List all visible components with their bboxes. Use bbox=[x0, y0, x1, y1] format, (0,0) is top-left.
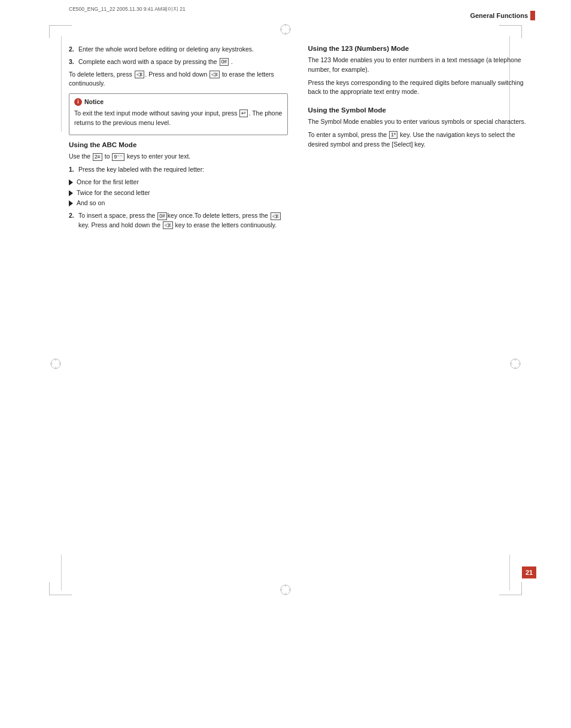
intro-item-2: 2. Enter the whole word before editing o… bbox=[69, 45, 288, 54]
delete-key-2: ◁ε bbox=[209, 71, 220, 78]
abc-start-key: 2≡ bbox=[93, 153, 102, 161]
abc-step1-num: 1. bbox=[69, 165, 78, 175]
center-crosshair-left bbox=[49, 357, 62, 371]
numbers-heading: Using the 123 (Numbers) Mode bbox=[308, 45, 536, 52]
abc-intro: Use the 2≡ to 9⁻⁻ keys to enter your tex… bbox=[69, 152, 288, 162]
item3-text: Complete each word with a space by press… bbox=[78, 57, 288, 67]
abc-step2: 2. To insert a space, press the 0#key on… bbox=[69, 211, 288, 230]
bullet-item-2: Twice for the second letter bbox=[69, 188, 288, 198]
symbol-heading: Using the Symbol Mode bbox=[308, 106, 536, 114]
abc-step1-text: Press the key labeled with the required … bbox=[78, 165, 288, 175]
left-column: 2. Enter the whole word before editing o… bbox=[69, 45, 302, 233]
page-number: 21 bbox=[522, 566, 536, 578]
deco-line-br-v bbox=[521, 582, 522, 595]
deco-line-bl-h bbox=[49, 595, 72, 595]
symbol-para2: To enter a symbol, press the 1* key. Use… bbox=[308, 130, 536, 150]
delete-key-3: ◁ε bbox=[271, 212, 281, 220]
center-crosshair-top bbox=[279, 23, 292, 37]
intro-item-3: 3. Complete each word with a space by pr… bbox=[69, 57, 288, 67]
notice-title: i Notice bbox=[74, 98, 283, 107]
center-crosshair-bottom bbox=[279, 583, 292, 598]
bullet-item-3: And so on bbox=[69, 199, 288, 208]
deco-line-tl-h bbox=[49, 25, 72, 26]
symbol-para1: The Symbol Mode enables you to enter var… bbox=[308, 117, 536, 127]
abc-bullet-list: Once for the first letter Twice for the … bbox=[69, 178, 288, 208]
bullet-arrow-1 bbox=[69, 179, 73, 185]
numbers-para2: Press the keys corresponding to the requ… bbox=[308, 78, 536, 98]
page: CE500_ENG_11_22 2005.11.30 9:41 AM페이지 21… bbox=[0, 0, 571, 728]
back-key: ↩ bbox=[239, 109, 248, 117]
notice-icon: i bbox=[74, 98, 82, 106]
deco-line-bl-v bbox=[49, 582, 50, 595]
bottom-right-deco-line bbox=[509, 555, 510, 590]
delete-instruction: To delete letters, press ◁ε. Press and h… bbox=[69, 70, 288, 89]
bullet-arrow-2 bbox=[69, 190, 73, 196]
delete-key-4: ◁ε bbox=[163, 221, 173, 229]
notice-box: i Notice To exit the text input mode wit… bbox=[69, 93, 288, 135]
center-crosshair-right bbox=[509, 357, 522, 371]
delete-key-1: ◁ε bbox=[135, 71, 145, 78]
bottom-left-deco-line bbox=[61, 555, 62, 590]
space-key-2: 0# bbox=[157, 212, 166, 220]
abc-step2-text: To insert a space, press the 0#key once.… bbox=[78, 211, 288, 230]
abc-section: Using the ABC Mode Use the 2≡ to 9⁻⁻ key… bbox=[69, 141, 288, 230]
item3-num: 3. bbox=[69, 57, 78, 67]
bullet-item-1: Once for the first letter bbox=[69, 178, 288, 187]
abc-step2-num: 2. bbox=[69, 211, 78, 230]
numbers-para1: The 123 Mode enables you to enter number… bbox=[308, 56, 536, 75]
abc-end-key: 9⁻⁻ bbox=[112, 153, 124, 161]
deco-line-tl-v bbox=[49, 25, 50, 38]
item2-num: 2. bbox=[69, 45, 78, 54]
bullet-text-2: Twice for the second letter bbox=[77, 188, 150, 198]
bullet-text-1: Once for the first letter bbox=[77, 178, 139, 187]
deco-line-tr-v bbox=[521, 25, 522, 38]
numbers-section: Using the 123 (Numbers) Mode The 123 Mod… bbox=[308, 45, 536, 97]
left-deco-line bbox=[61, 36, 62, 132]
main-content: 2. Enter the whole word before editing o… bbox=[69, 45, 535, 233]
notice-text: To exit the text input mode without savi… bbox=[74, 109, 283, 128]
header: General Functions bbox=[0, 11, 571, 20]
deco-line-tr-h bbox=[499, 25, 522, 26]
right-column: Using the 123 (Numbers) Mode The 123 Mod… bbox=[302, 45, 536, 233]
accent-bar bbox=[530, 11, 535, 20]
symbol-section: Using the Symbol Mode The Symbol Mode en… bbox=[308, 106, 536, 149]
deco-line-br-h bbox=[499, 595, 522, 595]
abc-step1: 1. Press the key labeled with the requir… bbox=[69, 165, 288, 175]
header-title: General Functions bbox=[470, 11, 535, 20]
bullet-text-3: And so on bbox=[77, 199, 105, 208]
symbol-key: 1* bbox=[389, 131, 397, 139]
bullet-arrow-3 bbox=[69, 200, 73, 206]
space-key-1: 0# bbox=[220, 58, 229, 66]
abc-heading: Using the ABC Mode bbox=[69, 141, 288, 148]
item2-text: Enter the whole word before editing or d… bbox=[78, 45, 288, 54]
